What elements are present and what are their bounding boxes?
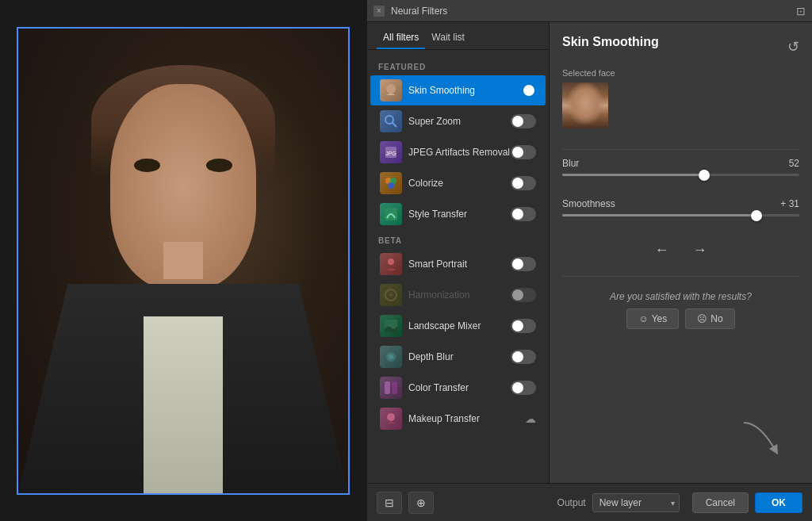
svg-point-0 [386, 84, 396, 94]
svg-point-16 [387, 413, 395, 421]
blur-slider-fill [562, 174, 704, 176]
dialog-content: All filters Wait list FEATURED Skin Smoo… [367, 22, 812, 483]
makeup-transfer-name: Makeup Transfer [408, 413, 525, 424]
filter-item-super-zoom[interactable]: Super Zoom [370, 106, 546, 136]
dialog-close-button[interactable]: × [373, 6, 385, 17]
style-transfer-name: Style Transfer [408, 209, 511, 220]
skin-smoothing-toggle[interactable] [511, 83, 536, 98]
beta-label: BETA [367, 230, 549, 248]
blur-slider-track[interactable] [562, 174, 799, 176]
harmonization-icon [380, 284, 402, 306]
feedback-buttons: ☺ Yes ☹ No [562, 308, 799, 329]
portrait-eye-left [134, 159, 160, 173]
svg-point-9 [388, 259, 394, 265]
filter-item-landscape-mixer[interactable]: Landscape Mixer [370, 311, 546, 341]
smart-portrait-name: Smart Portrait [408, 259, 511, 270]
color-transfer-icon [380, 377, 402, 399]
filter-tabs: All filters Wait list [367, 22, 549, 50]
smart-portrait-toggle[interactable] [511, 257, 536, 271]
photo-portrait [17, 27, 350, 495]
portrait-neck [163, 242, 203, 279]
settings-panel: Skin Smoothing ↺ Selected face Blur 52 [550, 22, 812, 483]
output-label: Output [557, 497, 586, 508]
filter-item-smart-portrait[interactable]: Smart Portrait [370, 249, 546, 279]
filter-item-colorize[interactable]: Colorize [370, 168, 546, 198]
dialog-bottom-bar: ⊟ ⊕ Output New layer Current layer Smart… [367, 483, 812, 521]
annotation-arrow-svg [736, 419, 791, 462]
smoothness-label: Smoothness [562, 198, 776, 209]
svg-rect-15 [392, 381, 397, 394]
colorize-toggle[interactable] [511, 176, 536, 190]
layers-button[interactable]: ⊕ [408, 492, 434, 514]
colorize-name: Colorize [408, 178, 511, 189]
cancel-button[interactable]: Cancel [692, 492, 749, 513]
feedback-section: Are you satisfied with the results? ☺ Ye… [562, 291, 799, 329]
color-transfer-toggle[interactable] [511, 381, 536, 395]
output-select[interactable]: New layer Current layer Smart filter [592, 493, 680, 512]
reset-icon[interactable]: ↺ [787, 38, 799, 56]
smile-icon: ☺ [638, 313, 648, 324]
jpeg-artifacts-toggle[interactable] [511, 145, 536, 159]
blur-label: Blur [562, 158, 776, 169]
style-transfer-icon [380, 203, 402, 225]
blur-slider-thumb[interactable] [699, 170, 710, 181]
tab-wait-list[interactable]: Wait list [425, 29, 471, 49]
smoothness-slider-track[interactable] [562, 214, 799, 216]
filter-item-color-transfer[interactable]: Color Transfer [370, 373, 546, 403]
svg-rect-14 [385, 381, 390, 394]
smoothness-value: + 31 [776, 198, 799, 209]
landscape-mixer-toggle[interactable] [511, 319, 536, 333]
filter-item-depth-blur[interactable]: Depth Blur [370, 342, 546, 372]
no-label: No [710, 313, 722, 324]
makeup-transfer-icon [380, 408, 402, 430]
yes-label: Yes [652, 313, 668, 324]
style-transfer-toggle[interactable] [511, 207, 536, 221]
super-zoom-name: Super Zoom [408, 116, 511, 127]
face-thumb-inner [562, 82, 608, 128]
filter-list: FEATURED Skin Smoothing [367, 50, 549, 483]
svg-text:JPG: JPG [385, 151, 396, 156]
smoothness-slider-section: Smoothness + 31 [562, 198, 799, 228]
jpeg-artifacts-icon: JPG [380, 141, 402, 163]
dialog-title: Neural Filters [391, 6, 447, 17]
view-toggle-icon: ⊟ [385, 496, 394, 509]
divider-1 [562, 149, 799, 150]
feedback-no-button[interactable]: ☹ No [685, 308, 734, 329]
face-thumbnail[interactable] [562, 82, 608, 128]
ok-button[interactable]: OK [755, 492, 802, 513]
feedback-yes-button[interactable]: ☺ Yes [626, 308, 679, 329]
svg-point-13 [389, 354, 393, 359]
filter-item-jpeg-artifacts[interactable]: JPG JPEG Artifacts Removal [370, 137, 546, 167]
harmonization-toggle[interactable] [511, 288, 536, 302]
filter-item-harmonization[interactable]: Harmonization [370, 280, 546, 310]
app-container: × Neural Filters ⊡ All filters Wait list… [0, 0, 812, 521]
neural-filters-dialog: × Neural Filters ⊡ All filters Wait list… [366, 0, 812, 521]
arrow-left-button[interactable]: ← [655, 242, 669, 259]
portrait-shirt [144, 316, 223, 493]
frown-icon: ☹ [697, 313, 707, 324]
colorize-icon [380, 172, 402, 194]
layers-icon: ⊕ [416, 496, 426, 509]
super-zoom-toggle[interactable] [511, 114, 536, 128]
smart-portrait-icon [380, 253, 402, 275]
depth-blur-toggle[interactable] [511, 350, 536, 364]
blur-slider-section: Blur 52 [562, 158, 799, 187]
settings-title: Skin Smoothing [562, 35, 659, 49]
depth-blur-icon [380, 346, 402, 368]
jpeg-artifacts-name: JPEG Artifacts Removal [408, 147, 511, 158]
svg-line-2 [393, 123, 396, 127]
smoothness-slider-fill [562, 214, 756, 216]
tab-all-filters[interactable]: All filters [377, 29, 425, 49]
filter-panel: All filters Wait list FEATURED Skin Smoo… [367, 22, 550, 483]
filter-item-makeup-transfer[interactable]: Makeup Transfer ☁ [370, 404, 546, 434]
arrow-annotation-area [562, 329, 799, 470]
filter-item-skin-smoothing[interactable]: Skin Smoothing [370, 75, 546, 105]
view-toggle-button[interactable]: ⊟ [377, 492, 402, 514]
arrow-right-button[interactable]: → [693, 242, 707, 259]
featured-label: FEATURED [367, 56, 549, 75]
landscape-mixer-name: Landscape Mixer [408, 320, 511, 331]
filter-item-style-transfer[interactable]: Style Transfer [370, 199, 546, 229]
smoothness-row: Smoothness + 31 [562, 198, 799, 209]
dialog-restore-button[interactable]: ⊡ [796, 5, 806, 17]
smoothness-slider-thumb[interactable] [751, 210, 762, 221]
